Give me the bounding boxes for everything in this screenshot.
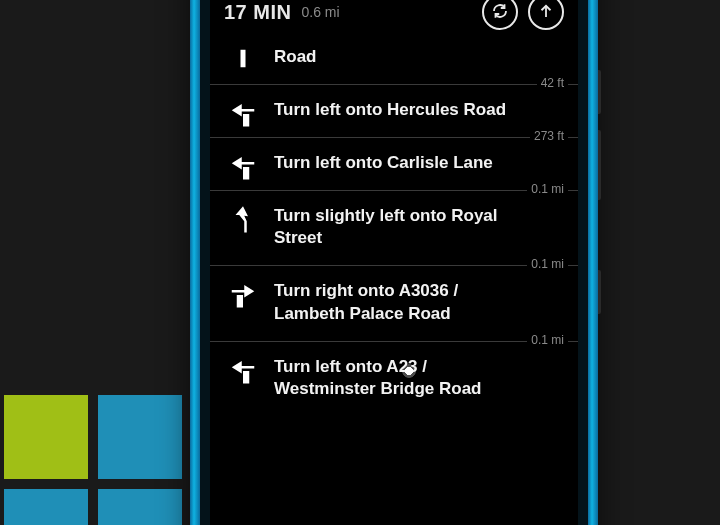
eta-time: 17 MIN [224,1,291,24]
segment-distance: 273 ft [530,129,568,143]
instruction-text: Turn left onto A23 / Westminster Bridge … [274,356,518,400]
hw-button [596,270,601,314]
segment-distance: 0.1 mi [527,257,568,271]
direction-step[interactable]: Road [210,46,578,84]
maneuver-left-icon [228,152,258,182]
svg-rect-4 [243,371,249,384]
hw-button [596,130,601,200]
maneuver-straight-icon [228,46,258,76]
maneuver-slight-left-icon [228,205,258,235]
start-navigation-button[interactable] [528,0,564,30]
maneuver-left-icon [228,99,258,129]
promo-tile-cyan [4,489,88,525]
svg-rect-3 [237,295,243,308]
direction-step[interactable]: 42 ftTurn left onto Hercules Road [210,84,578,137]
direction-step[interactable]: 0.1 miTurn slightly left onto Royal Stre… [210,190,578,265]
segment-distance: 0.1 mi [527,333,568,347]
route-distance: 0.6 mi [301,4,339,20]
instruction-text: Road [274,46,518,68]
instruction-text: Turn left onto Hercules Road [274,99,518,121]
maneuver-right-icon [228,280,258,310]
svg-rect-2 [243,167,249,180]
direction-step[interactable]: 273 ftTurn left onto Carlisle Lane [210,137,578,190]
arrow-up-icon [537,2,555,23]
instruction-text: Turn right onto A3036 / Lambeth Palace R… [274,280,518,324]
instruction-text: Turn left onto Carlisle Lane [274,152,518,174]
phone-frame: London Eye Waterlo 17 MIN 0.6 mi Road42 … [190,0,598,525]
svg-rect-0 [241,50,246,68]
svg-rect-1 [243,114,249,127]
screen: London Eye Waterlo 17 MIN 0.6 mi Road42 … [210,0,578,525]
instruction-text: Turn slightly left onto Royal Street [274,205,518,249]
refresh-button[interactable] [482,0,518,30]
direction-step[interactable]: 0.1 miTurn right onto A3036 / Lambeth Pa… [210,265,578,340]
segment-distance: 0.1 mi [527,182,568,196]
direction-step[interactable]: 0.1 miTurn left onto A23 / Westminster B… [210,341,578,416]
promo-tile-cyan [98,489,182,525]
refresh-icon [491,2,509,23]
maneuver-left-icon [228,356,258,386]
directions-list[interactable]: Road42 ftTurn left onto Hercules Road273… [210,46,578,416]
hw-button [596,70,601,114]
segment-distance: 42 ft [537,76,568,90]
promo-tile-green [4,395,88,479]
promo-tile-cyan [98,395,182,479]
route-summary: 17 MIN 0.6 mi [210,0,578,46]
